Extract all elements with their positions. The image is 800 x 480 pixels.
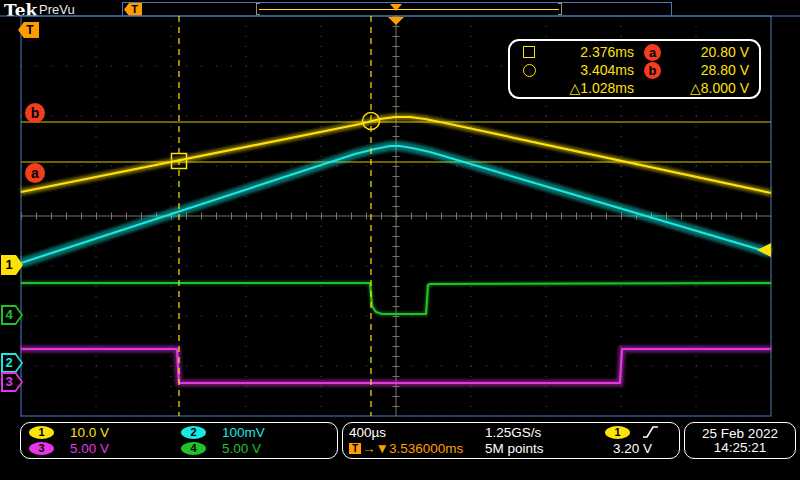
sample-rate-value: 1.25GS/s	[485, 425, 603, 440]
channel-3-ground-marker[interactable]: 3	[1, 372, 23, 392]
cursor-a-value: 20.80 V	[662, 44, 749, 60]
trigger-source-indicator[interactable]: 1	[603, 425, 660, 439]
channel-3-scale-value: 5.00 V	[70, 441, 109, 456]
cursor-a-row: 2.376ms a 20.80 V	[523, 43, 749, 61]
channel-4-scale[interactable]: 4 5.00 V	[179, 441, 331, 456]
trigger-t-icon: T	[349, 443, 361, 454]
trigger-level-value[interactable]: 3.20 V	[613, 441, 652, 456]
cursor-b-row: 3.404ms b 28.80 V	[523, 61, 749, 79]
channel-marker-label: 4	[1, 305, 23, 325]
channel-2-scale-value: 100mV	[222, 425, 265, 440]
oscilloscope-screen: Tek PreVu T T b a 1423 2.376ms a 20.80 V…	[0, 0, 800, 480]
cursor-b-channel-badge: b	[644, 62, 661, 79]
channel-1-scale-value: 10.0 V	[70, 425, 109, 440]
channel-4-badge[interactable]: 4	[181, 442, 206, 455]
cursor-a-badge: a	[25, 163, 45, 183]
cursor-delta-value: △8.000 V	[662, 80, 749, 96]
channel-2-badge[interactable]: 2	[181, 426, 206, 439]
trigger-delay-readout[interactable]: T →▼ 3.536000ms	[349, 441, 485, 456]
cursor-b-time: 3.404ms	[547, 62, 634, 78]
channel-marker-label: 3	[1, 372, 23, 392]
cursor-readout-box: 2.376ms a 20.80 V 3.404ms b 28.80 V △1.0…	[508, 39, 761, 99]
datetime-box: 25 Feb 2022 14:25:21	[684, 422, 796, 459]
cursor-b-badge: b	[25, 103, 45, 123]
cursor-a-channel-badge: a	[644, 44, 661, 61]
timebase-value[interactable]: 400µs	[349, 425, 485, 440]
channel-3-scale[interactable]: 3 5.00 V	[27, 441, 179, 456]
channel-2-scale[interactable]: 2 100mV	[179, 425, 331, 440]
rising-edge-icon	[642, 425, 660, 439]
vertical-scales-box[interactable]: 1 10.0 V 2 100mV 3 5.00 V 4 5.00 V	[20, 422, 338, 459]
cursor-delta-time: △1.028ms	[547, 80, 634, 96]
date-label: 25 Feb 2022	[702, 426, 778, 440]
trigger-position-icon	[388, 17, 404, 25]
channel-marker-label: 1	[1, 255, 23, 275]
cursor-b-value: 28.80 V	[662, 62, 749, 78]
record-length-value: 5M points	[485, 441, 603, 456]
channel-4-scale-value: 5.00 V	[222, 441, 261, 456]
channel-1-scale[interactable]: 1 10.0 V	[27, 425, 179, 440]
channel-marker-label: 2	[1, 353, 23, 373]
horizontal-trigger-box[interactable]: 400µs 1.25GS/s 1 T →▼ 3.536000ms 5M poin…	[342, 422, 680, 459]
channel-4-ground-marker[interactable]: 4	[1, 305, 23, 325]
trigger-delay-arrow-icon: →▼	[362, 441, 389, 456]
channel-1-ground-marker[interactable]: 1	[1, 255, 23, 275]
cursor-a-time: 2.376ms	[547, 44, 634, 60]
channel-2-ground-marker[interactable]: 2	[1, 353, 23, 373]
channel-3-badge[interactable]: 3	[29, 442, 54, 455]
cursor-delta-row: △1.028ms △8.000 V	[523, 79, 749, 97]
channel-1-badge[interactable]: 1	[29, 426, 54, 439]
trigger-delay-value: 3.536000ms	[389, 441, 463, 456]
square-cursor-icon	[523, 46, 535, 58]
time-label: 14:25:21	[714, 440, 767, 454]
circle-cursor-icon	[523, 64, 536, 77]
trigger-source-badge[interactable]: 1	[605, 426, 630, 439]
